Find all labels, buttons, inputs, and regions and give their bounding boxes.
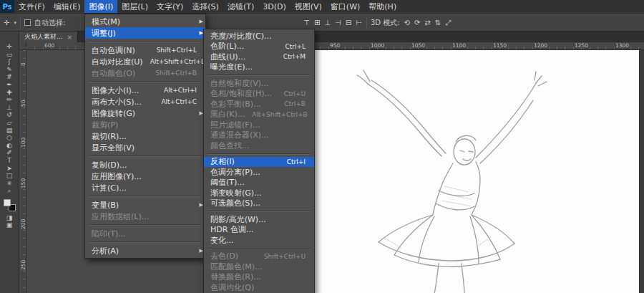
menu-item-image-size[interactable]: 图像大小(I)...Alt+Ctrl+I — [85, 85, 205, 96]
menu-item-gradient-map[interactable]: 渐变映射(G)... — [204, 188, 314, 198]
menu-item-analysis[interactable]: 分析(A)▶ — [85, 245, 205, 256]
menu-item-auto-contrast[interactable]: 自动对比度(U)Alt+Shift+Ctrl+L — [85, 56, 205, 67]
menu-separator — [89, 196, 202, 197]
tool-rectangle-shape[interactable]: □ — [1, 172, 17, 180]
menubar-item-file[interactable]: 文件(F) — [14, 0, 49, 13]
menu-item-mode[interactable]: 模式(M)▶ — [85, 16, 205, 27]
menu-separator — [208, 248, 311, 249]
tool-eraser[interactable]: ▱ — [1, 119, 17, 127]
align-horizontal-centers-icon[interactable]: ⊟ — [345, 19, 352, 27]
tool-clone-stamp[interactable]: ⊥ — [1, 104, 17, 112]
ruler-label: 1000 — [371, 42, 384, 49]
menubar-item-window[interactable]: 窗口(W) — [326, 0, 364, 13]
menubar-item-type[interactable]: 文字(Y) — [152, 0, 187, 13]
menu-item-label: 去色(D) — [210, 251, 238, 261]
menu-item-hdr-toning[interactable]: HDR 色调... — [204, 225, 314, 236]
menu-item-label: HDR 色调... — [210, 224, 253, 235]
menu-item-calculations[interactable]: 计算(C)... — [85, 182, 205, 193]
menu-item-crop: 裁剪(P) — [85, 119, 205, 130]
menu-item-curves[interactable]: 曲线(U)...Ctrl+M — [204, 52, 314, 62]
tool-spot-healing-brush[interactable]: ✚ — [1, 89, 17, 97]
menu-item-exposure[interactable]: 曝光度(E)... — [204, 62, 314, 73]
menubar-item-edit[interactable]: 编辑(E) — [49, 0, 85, 13]
pasteboard-strip — [639, 50, 644, 293]
menu-item-color-balance: 色彩平衡(B)...Ctrl+B — [204, 99, 314, 110]
menubar-item-filter[interactable]: 滤镜(T) — [223, 0, 258, 13]
tool-move[interactable]: ✛ — [1, 43, 17, 51]
menu-item-reveal-all[interactable]: 显示全部(V) — [85, 142, 205, 153]
align-left-edges-icon[interactable]: ⊣ — [334, 19, 342, 27]
tool-quick-mask[interactable]: ◨ — [1, 214, 17, 222]
menu-item-selective-color[interactable]: 可选颜色(S)... — [204, 198, 314, 209]
menu-item-label: 裁剪(P) — [92, 120, 118, 130]
ruler-label: 0 — [20, 62, 26, 66]
tool-eyedropper[interactable]: ✒ — [1, 81, 17, 89]
menubar-item-view[interactable]: 视图(V) — [291, 0, 326, 13]
tool-dodge[interactable]: ◐ — [1, 142, 17, 150]
menu-item-posterize[interactable]: 色调分离(P)... — [204, 167, 314, 178]
scale-3d-icon[interactable]: ⤢ — [444, 19, 452, 27]
ruler-label: 200 — [20, 219, 26, 229]
menu-item-variations[interactable]: 变化... — [204, 235, 314, 246]
menu-item-label: 画布大小(S)... — [92, 97, 142, 107]
align-vertical-centers-icon[interactable]: ⊞ — [313, 19, 321, 27]
tool-path-selection[interactable]: ➤ — [1, 165, 17, 173]
auto-select-checkbox[interactable] — [24, 19, 31, 26]
menu-item-canvas-size[interactable]: 画布大小(S)...Alt+Ctrl+C — [85, 96, 205, 107]
tool-brush[interactable]: ✏ — [1, 96, 17, 104]
tool-blur[interactable]: ○ — [1, 134, 17, 142]
menu-item-replace-color: 替换颜色(R)... — [204, 272, 314, 283]
menubar-item-layer[interactable]: 图层(L) — [117, 0, 152, 13]
drag-3d-icon[interactable]: ⇄ — [424, 19, 431, 27]
menu-item-label: 自动对比度(U) — [92, 57, 143, 67]
tool-zoom[interactable]: ⌕ — [1, 187, 17, 195]
tool-pen[interactable]: ✐ — [1, 149, 17, 157]
document-tab[interactable]: 火焰人素材... × — [19, 32, 78, 42]
menu-item-adjustments[interactable]: 调整(J)▶ — [85, 27, 205, 39]
tool-preset-dropdown-icon[interactable]: ▾ — [14, 20, 16, 26]
slide-3d-icon[interactable]: ⇅ — [434, 19, 441, 27]
ruler-label: 1050 — [411, 42, 425, 49]
menu-item-levels[interactable]: 色阶(L)...Ctrl+L — [204, 42, 314, 52]
menu-item-shortcut: Alt+Shift+Ctrl+L — [143, 58, 205, 65]
menubar-item-image[interactable]: 图像(I) — [84, 0, 117, 13]
menu-item-brightness-contrast[interactable]: 亮度/对比度(C)... — [204, 31, 314, 42]
vertical-ruler[interactable]: 050100150200250 — [19, 50, 26, 293]
menu-item-channel-mixer: 通道混合器(X)... — [204, 130, 314, 141]
foreground-color-swatch[interactable] — [4, 199, 11, 206]
menu-item-label: 曲线(U)... — [210, 52, 245, 62]
menu-item-shortcut: Alt+Shift+Ctrl+B — [245, 111, 307, 118]
menu-item-shadows-highlights[interactable]: 阴影/高光(W)... — [204, 214, 314, 225]
tool-preset-icon[interactable]: ✛ — [3, 19, 10, 27]
menu-item-variables[interactable]: 变量(B)▶ — [85, 199, 205, 211]
close-icon[interactable]: × — [67, 34, 73, 41]
tool-horizontal-type[interactable]: T — [1, 157, 17, 165]
tool-gradient[interactable]: ▤ — [1, 127, 17, 135]
document-canvas[interactable] — [277, 50, 639, 293]
menu-item-auto-tone[interactable]: 自动色调(N)Shift+Ctrl+L — [85, 44, 205, 56]
tool-history-brush[interactable]: ↺ — [1, 111, 17, 119]
ruler-corner — [19, 42, 26, 50]
align-top-edges-icon[interactable]: ⊤ — [303, 19, 311, 27]
menubar-item-select[interactable]: 选择(S) — [187, 0, 223, 13]
menu-item-trim[interactable]: 裁切(R)... — [85, 130, 205, 142]
menu-item-apply-image[interactable]: 应用图像(Y)... — [85, 170, 205, 182]
menu-item-threshold[interactable]: 阈值(T)... — [204, 178, 314, 188]
menu-item-duplicate[interactable]: 复制(D)... — [85, 159, 205, 170]
tool-screen-mode[interactable]: ▣ — [1, 221, 17, 229]
roll-3d-icon[interactable]: ⟳ — [414, 19, 421, 27]
tool-crop[interactable]: # — [1, 73, 17, 81]
tool-lasso[interactable]: ʃ — [1, 58, 17, 66]
rotate-3d-icon[interactable]: ⟲ — [404, 19, 411, 27]
tool-hand[interactable]: ✳ — [1, 180, 17, 188]
align-bottom-edges-icon[interactable]: ⊥ — [323, 19, 331, 27]
menu-item-invert[interactable]: 反相(I)Ctrl+I — [204, 157, 314, 168]
menu-item-label: 自动色调(N) — [92, 45, 135, 56]
color-swatches[interactable] — [4, 199, 16, 211]
menubar-item-help[interactable]: 帮助(H) — [364, 0, 401, 13]
tool-quick-selection[interactable]: ✎ — [1, 66, 17, 74]
menu-item-image-rotation[interactable]: 图像旋转(G)▶ — [85, 107, 205, 119]
tool-rectangular-marquee[interactable]: ▭ — [1, 51, 17, 59]
align-right-edges-icon[interactable]: ⊢ — [355, 19, 363, 27]
menubar-item-3d[interactable]: 3D(D) — [258, 0, 291, 13]
